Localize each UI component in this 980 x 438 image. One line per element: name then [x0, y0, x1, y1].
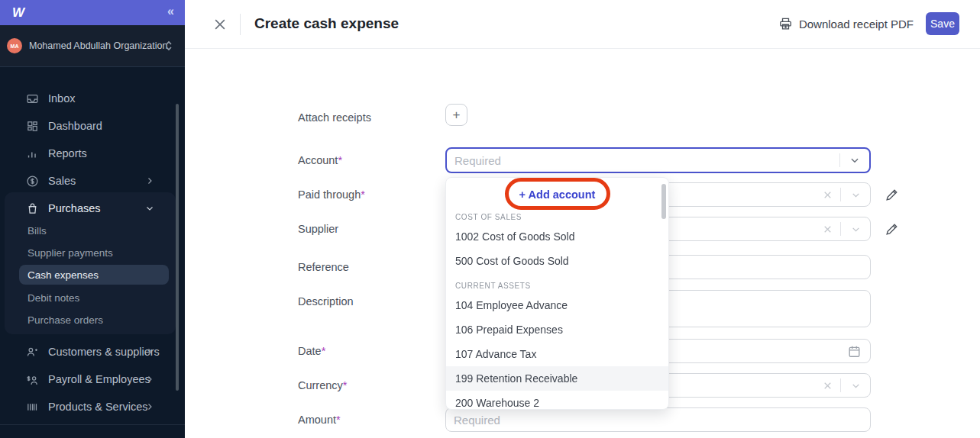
- chevron-right-icon: [145, 347, 154, 356]
- attach-receipt-add-button[interactable]: +: [445, 104, 467, 126]
- barcode-icon: [26, 401, 39, 414]
- sidebar-item-purchases[interactable]: Purchases: [0, 198, 176, 219]
- wafeq-logo-icon: W: [12, 5, 24, 21]
- required-marker: *: [322, 345, 326, 357]
- payroll-icon: [26, 373, 39, 386]
- sidebar-item-reports[interactable]: Reports: [0, 143, 176, 164]
- sidebar-item-customers-suppliers[interactable]: Customers & suppliers: [0, 341, 176, 362]
- main-panel: Create cash expense Download receipt PDF…: [185, 0, 980, 438]
- sidebar-item-payroll-employees[interactable]: Payroll & Employees: [0, 369, 176, 390]
- sales-icon: [26, 175, 39, 188]
- sidebar-item-purchase-orders[interactable]: Purchase orders: [27, 310, 103, 330]
- sidebar-divider: [0, 424, 185, 425]
- download-receipt-pdf-button[interactable]: Download receipt PDF: [778, 17, 914, 31]
- dropdown-option[interactable]: 107 Advance Tax: [446, 342, 668, 366]
- dropdown-option[interactable]: 1002 Cost of Goods Sold: [446, 224, 668, 249]
- app-window: W « MA Mohamed Abdullah Organization Inb…: [0, 0, 980, 438]
- edit-supplier-icon[interactable]: [885, 222, 899, 237]
- chevron-down-icon[interactable]: [841, 224, 870, 234]
- reports-icon: [26, 147, 39, 160]
- supplier-label: Supplier: [298, 223, 338, 235]
- edit-paid-through-icon[interactable]: [885, 188, 899, 202]
- header-divider: [240, 14, 241, 35]
- organization-selector[interactable]: MA Mohamed Abdullah Organization: [0, 25, 185, 67]
- chevron-down-icon: [145, 204, 154, 213]
- sidebar-item-debit-notes[interactable]: Debit notes: [27, 288, 79, 308]
- amount-label: Amount*: [298, 414, 341, 426]
- chevron-right-icon: [145, 402, 154, 411]
- page-header: Create cash expense Download receipt PDF…: [185, 0, 980, 49]
- sidebar-item-cash-expenses[interactable]: Cash expenses: [19, 265, 169, 285]
- amount-field: [445, 407, 871, 432]
- dropdown-option[interactable]: 200 Warehouse 2: [446, 391, 668, 410]
- org-switch-icon: [164, 40, 173, 51]
- sidebar-item-inbox[interactable]: Inbox: [0, 88, 176, 109]
- required-marker: *: [361, 188, 365, 201]
- inbox-icon: [26, 92, 39, 105]
- dropdown-option[interactable]: 500 Cost of Goods Sold: [446, 249, 668, 273]
- page-title: Create cash expense: [254, 15, 399, 32]
- customers-icon: [26, 346, 39, 359]
- chevron-down-icon[interactable]: [840, 155, 869, 166]
- add-account-button[interactable]: + Add account: [446, 185, 668, 205]
- chevron-right-icon: [145, 176, 154, 185]
- clear-icon[interactable]: [814, 381, 840, 391]
- chevron-right-icon: [145, 375, 154, 384]
- sidebar-item-sales[interactable]: Sales: [0, 170, 176, 192]
- sidebar-scrollbar[interactable]: [176, 104, 179, 391]
- account-input[interactable]: [447, 154, 839, 167]
- account-dropdown: + Add account COST OF SALES 1002 Cost of…: [445, 177, 669, 410]
- date-label: Date*: [298, 345, 325, 357]
- group-header-current-assets: CURRENT ASSETS: [446, 282, 668, 293]
- sidebar-item-products-services[interactable]: Products & Services: [0, 396, 176, 417]
- org-name: Mohamed Abdullah Organization: [29, 40, 167, 51]
- sidebar-item-bills[interactable]: Bills: [27, 221, 47, 240]
- reference-label: Reference: [298, 261, 349, 273]
- amount-input[interactable]: [446, 414, 870, 427]
- dropdown-option[interactable]: 106 Prepaid Expenses: [446, 317, 668, 342]
- brand-topbar: W «: [0, 0, 185, 25]
- sidebar-collapse-icon[interactable]: «: [167, 5, 174, 18]
- account-field: [445, 147, 871, 173]
- save-button[interactable]: Save: [926, 12, 959, 35]
- sidebar-item-supplier-payments[interactable]: Supplier payments: [27, 243, 113, 262]
- chevron-down-icon[interactable]: [841, 381, 870, 391]
- currency-label: Currency*: [298, 379, 347, 391]
- paid-through-label: Paid through*: [298, 188, 365, 201]
- clear-icon[interactable]: [814, 224, 840, 234]
- clear-icon[interactable]: [814, 190, 840, 200]
- close-icon[interactable]: [212, 17, 228, 32]
- required-marker: *: [338, 154, 342, 166]
- account-label: Account*: [298, 154, 342, 166]
- dropdown-scrollbar[interactable]: [661, 184, 666, 219]
- attach-receipts-label: Attach receipts: [298, 111, 371, 124]
- group-header-cost-of-sales: COST OF SALES: [446, 213, 668, 224]
- calendar-icon[interactable]: [847, 344, 862, 359]
- sidebar: W « MA Mohamed Abdullah Organization Inb…: [0, 0, 185, 438]
- sidebar-item-dashboard[interactable]: Dashboard: [0, 115, 176, 137]
- dropdown-option[interactable]: 104 Employee Advance: [446, 293, 668, 317]
- purchases-icon: [26, 202, 39, 215]
- org-avatar: MA: [7, 38, 22, 53]
- dropdown-option-highlighted[interactable]: 199 Retention Receivable: [446, 366, 668, 391]
- required-marker: *: [336, 414, 341, 426]
- dashboard-icon: [26, 120, 39, 133]
- required-marker: *: [343, 379, 348, 391]
- description-label: Description: [298, 295, 354, 308]
- printer-download-icon: [778, 17, 793, 31]
- chevron-down-icon[interactable]: [841, 190, 870, 200]
